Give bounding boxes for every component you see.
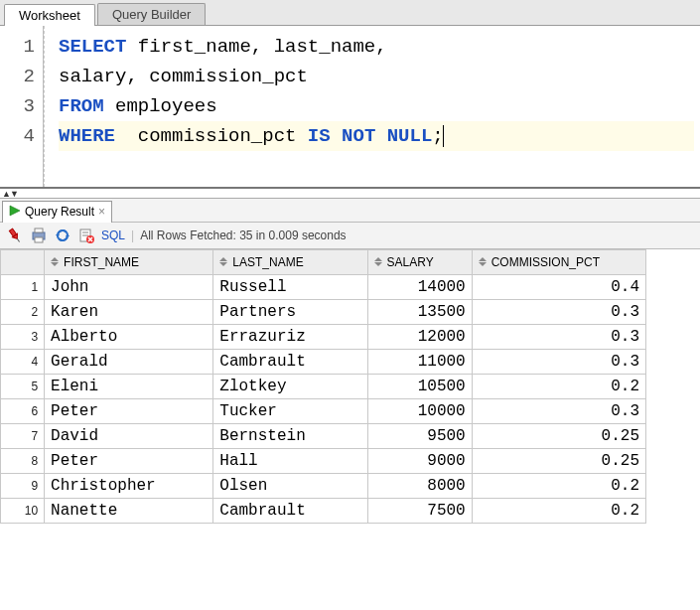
row-number: 10	[1, 499, 45, 524]
cell[interactable]: David	[45, 424, 213, 449]
cell[interactable]: Olsen	[213, 474, 367, 499]
table-row[interactable]: 6PeterTucker100000.3	[1, 399, 646, 424]
svg-rect-6	[35, 237, 43, 242]
run-icon	[9, 205, 21, 220]
print-icon[interactable]	[30, 227, 48, 244]
delete-icon[interactable]	[77, 227, 95, 244]
result-tab-label: Query Result	[25, 205, 94, 219]
line-number: 4	[4, 121, 35, 151]
row-number: 6	[1, 399, 45, 424]
result-grid[interactable]: FIRST_NAMELAST_NAMESALARYCOMMISSION_PCT …	[0, 249, 646, 524]
cell[interactable]: 9000	[367, 449, 472, 474]
editor-tabbar: Worksheet Query Builder	[0, 0, 700, 26]
column-header[interactable]: FIRST_NAME	[45, 250, 213, 275]
cell[interactable]: 13500	[367, 300, 472, 325]
column-header[interactable]: COMMISSION_PCT	[472, 250, 645, 275]
cell[interactable]: 8000	[367, 474, 472, 499]
table-row[interactable]: 7DavidBernstein95000.25	[1, 424, 646, 449]
row-number: 9	[1, 474, 45, 499]
line-number: 1	[4, 32, 35, 62]
cell[interactable]: Tucker	[213, 399, 367, 424]
cell[interactable]: Cambrault	[213, 350, 367, 375]
cell[interactable]: Peter	[45, 449, 213, 474]
splitter-arrows-icon: ▲▼	[2, 189, 18, 199]
close-icon[interactable]: ×	[98, 205, 105, 219]
refresh-icon[interactable]	[54, 227, 71, 244]
cell[interactable]: Zlotkey	[213, 375, 367, 399]
line-number: 3	[4, 91, 35, 121]
table-row[interactable]: 10NanetteCambrault75000.2	[1, 499, 646, 524]
sql-link[interactable]: SQL	[101, 229, 125, 242]
table-row[interactable]: 2KarenPartners135000.3	[1, 300, 646, 325]
cell[interactable]: Cambrault	[213, 499, 367, 524]
cell[interactable]: Alberto	[45, 325, 213, 350]
cell[interactable]: 0.25	[472, 449, 645, 474]
tab-worksheet[interactable]: Worksheet	[4, 4, 95, 26]
table-row[interactable]: 4GeraldCambrault110000.3	[1, 350, 646, 375]
cell[interactable]: 0.3	[472, 300, 645, 325]
result-tabbar: Query Result ×	[0, 199, 700, 223]
editor-gutter: 1234	[0, 26, 44, 187]
tab-query-result[interactable]: Query Result ×	[2, 201, 112, 223]
column-header[interactable]: LAST_NAME	[213, 250, 367, 275]
rownum-header	[1, 250, 45, 275]
table-row[interactable]: 3AlbertoErrazuriz120000.3	[1, 325, 646, 350]
cell[interactable]: 10000	[367, 399, 472, 424]
result-toolbar: SQL | All Rows Fetched: 35 in 0.009 seco…	[0, 223, 700, 249]
cell[interactable]: Russell	[213, 275, 367, 300]
toolbar-separator: |	[131, 229, 134, 242]
splitter-handle[interactable]: ▲▼	[0, 189, 700, 199]
cell[interactable]: 0.2	[472, 375, 645, 399]
row-number: 1	[1, 275, 45, 300]
row-number: 8	[1, 449, 45, 474]
cell[interactable]: 11000	[367, 350, 472, 375]
cell[interactable]: 14000	[367, 275, 472, 300]
cell[interactable]: 10500	[367, 375, 472, 399]
cell[interactable]: 0.3	[472, 350, 645, 375]
fetch-status: All Rows Fetched: 35 in 0.009 seconds	[140, 229, 346, 242]
cell[interactable]: 12000	[367, 325, 472, 350]
sort-icon	[219, 257, 229, 269]
cell[interactable]: 7500	[367, 499, 472, 524]
table-row[interactable]: 1JohnRussell140000.4	[1, 275, 646, 300]
cell[interactable]: Errazuriz	[213, 325, 367, 350]
row-number: 7	[1, 424, 45, 449]
cell[interactable]: Eleni	[45, 375, 213, 399]
sort-icon	[374, 257, 384, 269]
sql-editor[interactable]: 1234 SELECT first_name, last_name, salar…	[0, 26, 700, 189]
sort-icon	[51, 257, 61, 269]
cell[interactable]: 0.3	[472, 399, 645, 424]
svg-marker-8	[66, 233, 70, 236]
cell[interactable]: Nanette	[45, 499, 213, 524]
column-header[interactable]: SALARY	[367, 250, 472, 275]
svg-line-3	[17, 238, 19, 241]
tab-query-builder[interactable]: Query Builder	[97, 3, 206, 25]
cell[interactable]: Gerald	[45, 350, 213, 375]
table-row[interactable]: 8PeterHall90000.25	[1, 449, 646, 474]
cell[interactable]: 0.2	[472, 499, 645, 524]
cell[interactable]: 0.3	[472, 325, 645, 350]
editor-code[interactable]: SELECT first_name, last_name, salary, co…	[44, 26, 700, 187]
svg-marker-0	[10, 206, 20, 216]
cell[interactable]: 0.4	[472, 275, 645, 300]
cell[interactable]: Hall	[213, 449, 367, 474]
row-number: 5	[1, 375, 45, 399]
row-number: 2	[1, 300, 45, 325]
table-row[interactable]: 5EleniZlotkey105000.2	[1, 375, 646, 399]
cell[interactable]: Karen	[45, 300, 213, 325]
cell[interactable]: Partners	[213, 300, 367, 325]
cell[interactable]: Bernstein	[213, 424, 367, 449]
cell[interactable]: 0.25	[472, 424, 645, 449]
cell[interactable]: John	[45, 275, 213, 300]
row-number: 4	[1, 350, 45, 375]
sort-icon	[479, 257, 489, 269]
cell[interactable]: 0.2	[472, 474, 645, 499]
cell[interactable]: Peter	[45, 399, 213, 424]
pin-icon[interactable]	[6, 227, 24, 244]
cell[interactable]: 9500	[367, 424, 472, 449]
row-number: 3	[1, 325, 45, 350]
table-row[interactable]: 9ChristopherOlsen80000.2	[1, 474, 646, 499]
line-number: 2	[4, 62, 35, 91]
cell[interactable]: Christopher	[45, 474, 213, 499]
svg-rect-5	[35, 229, 43, 232]
